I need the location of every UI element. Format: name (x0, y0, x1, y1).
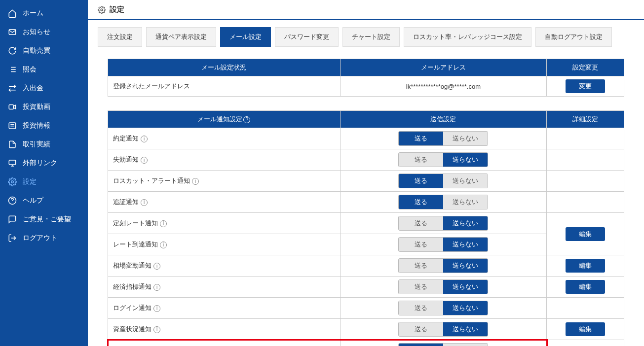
info-icon[interactable]: i (160, 242, 167, 248)
email-header-address: メールアドレス (340, 59, 546, 76)
sidebar-item-label: ホーム (23, 9, 43, 18)
send-setting-cell: 送る送らない (340, 149, 546, 171)
tab-1[interactable]: 通貨ペア表示設定 (146, 27, 216, 47)
send-setting-cell: 送る送らない (340, 192, 546, 213)
refresh-icon (8, 46, 17, 55)
edit-button[interactable]: 編集 (566, 227, 605, 241)
send-toggle[interactable]: 送る送らない (398, 301, 488, 315)
send-option[interactable]: 送る (399, 301, 443, 315)
email-header-change: 設定変更 (547, 59, 624, 76)
nosend-option[interactable]: 送らない (443, 259, 488, 273)
list-icon (8, 65, 17, 74)
nosend-option[interactable]: 送らない (443, 153, 488, 167)
send-toggle[interactable]: 送る送らない (398, 322, 488, 337)
edit-button[interactable]: 編集 (566, 322, 605, 336)
sidebar: ホーム お知らせ 自動売買 照会 入出金 投資動画 投資情報 取引実績 (0, 0, 88, 346)
send-toggle[interactable]: 送る送らない (398, 279, 488, 294)
change-email-button[interactable]: 変更 (566, 79, 605, 93)
info-icon[interactable]: i (141, 199, 148, 206)
info-icon[interactable]: i (153, 284, 160, 291)
help-badge-icon[interactable]: ? (243, 116, 250, 123)
send-toggle[interactable]: 送る送らない (398, 216, 488, 231)
sidebar-item-feedback[interactable]: ご意見・ご要望 (0, 210, 88, 229)
sidebar-item-inquiry[interactable]: 照会 (0, 60, 88, 79)
notify-table: メール通知設定? 送信設定 詳細設定 約定通知i送る送らない失効通知i送る送らな… (108, 110, 624, 346)
send-toggle[interactable]: 送る送らない (398, 258, 488, 273)
send-option[interactable]: 送る (399, 259, 443, 273)
send-option[interactable]: 送る (399, 174, 443, 188)
nosend-option[interactable]: 送らない (443, 301, 488, 315)
info-icon[interactable]: i (153, 326, 160, 333)
detail-cell (547, 128, 624, 149)
nosend-option[interactable]: 送らない (443, 216, 488, 230)
nosend-option[interactable]: 送らない (443, 344, 488, 346)
send-option[interactable]: 送る (399, 195, 443, 209)
info-icon[interactable]: i (160, 220, 167, 227)
send-setting-cell: 送る送らない (340, 298, 546, 319)
edit-button[interactable]: 編集 (566, 259, 605, 273)
sidebar-item-auto[interactable]: 自動売買 (0, 41, 88, 60)
send-toggle[interactable]: 送る送らない (398, 173, 488, 188)
sidebar-item-label: 照会 (23, 65, 37, 74)
tab-2[interactable]: メール設定 (220, 27, 271, 47)
sidebar-item-home[interactable]: ホーム (0, 4, 88, 23)
nosend-option[interactable]: 送らない (443, 132, 488, 145)
sidebar-item-label: ご意見・ご要望 (23, 215, 71, 224)
send-setting-cell: 送る送らない (340, 213, 546, 234)
nosend-option[interactable]: 送らない (443, 174, 488, 188)
monitor-icon (8, 159, 17, 168)
sidebar-item-label: お知らせ (23, 28, 50, 36)
tab-5[interactable]: ロスカット率・レバレッジコース設定 (404, 27, 531, 47)
nosend-option[interactable]: 送らない (443, 238, 488, 251)
tab-6[interactable]: 自動ログアウト設定 (535, 27, 612, 47)
notify-header-name: メール通知設定? (108, 111, 341, 128)
sidebar-item-logout[interactable]: ログアウト (0, 229, 88, 247)
sidebar-item-deposit[interactable]: 入出金 (0, 79, 88, 98)
nosend-option[interactable]: 送らない (443, 322, 488, 336)
notify-label: 経済指標通知i (108, 277, 341, 298)
nosend-option[interactable]: 送らない (443, 280, 488, 294)
sidebar-item-history[interactable]: 取引実績 (0, 135, 88, 154)
sidebar-item-label: ログアウト (23, 234, 57, 242)
send-option[interactable]: 送る (399, 238, 443, 251)
nosend-option[interactable]: 送らない (443, 195, 488, 209)
tab-3[interactable]: パスワード変更 (275, 27, 339, 47)
notify-label: 失効通知i (108, 149, 341, 171)
send-toggle[interactable]: 送る送らない (398, 152, 488, 167)
send-setting-cell: 送る送らない (340, 234, 546, 255)
send-setting-cell: 送る送らない (340, 255, 546, 277)
notify-row: 定刻レート通知i送る送らない編集 (108, 213, 624, 234)
sidebar-item-settings[interactable]: 設定 (0, 173, 88, 191)
tab-4[interactable]: チャート設定 (342, 27, 400, 47)
info-icon[interactable]: i (141, 136, 148, 142)
info-icon[interactable]: i (192, 178, 199, 185)
mail-icon (8, 28, 17, 36)
info-icon[interactable]: i (153, 263, 160, 270)
info-icon[interactable]: i (153, 305, 160, 312)
send-option[interactable]: 送る (399, 322, 443, 336)
svg-rect-7 (9, 105, 13, 109)
send-option[interactable]: 送る (399, 344, 443, 346)
sidebar-item-news[interactable]: お知らせ (0, 23, 88, 41)
send-option[interactable]: 送る (399, 280, 443, 294)
send-toggle[interactable]: 送る送らない (398, 343, 488, 346)
email-table: メール設定状況 メールアドレス 設定変更 登録されたメールアドレス ik****… (108, 59, 624, 97)
sidebar-item-info[interactable]: 投資情報 (0, 116, 88, 135)
sidebar-item-video[interactable]: 投資動画 (0, 98, 88, 116)
sidebar-item-label: ヘルプ (23, 196, 43, 205)
tab-0[interactable]: 注文設定 (98, 27, 142, 47)
notify-header-detail: 詳細設定 (547, 111, 624, 128)
send-option[interactable]: 送る (399, 132, 443, 145)
send-option[interactable]: 送る (399, 216, 443, 230)
info-icon[interactable]: i (141, 157, 148, 164)
sidebar-item-label: 投資情報 (23, 121, 50, 130)
sidebar-item-external[interactable]: 外部リンク (0, 154, 88, 173)
edit-button[interactable]: 編集 (566, 280, 605, 294)
send-toggle[interactable]: 送る送らない (398, 131, 488, 146)
send-toggle[interactable]: 送る送らない (398, 237, 488, 252)
detail-cell: 編集 (547, 319, 624, 340)
send-setting-cell: 送る送らない (340, 277, 546, 298)
sidebar-item-help[interactable]: ヘルプ (0, 191, 88, 210)
send-option[interactable]: 送る (399, 153, 443, 167)
send-toggle[interactable]: 送る送らない (398, 195, 488, 209)
